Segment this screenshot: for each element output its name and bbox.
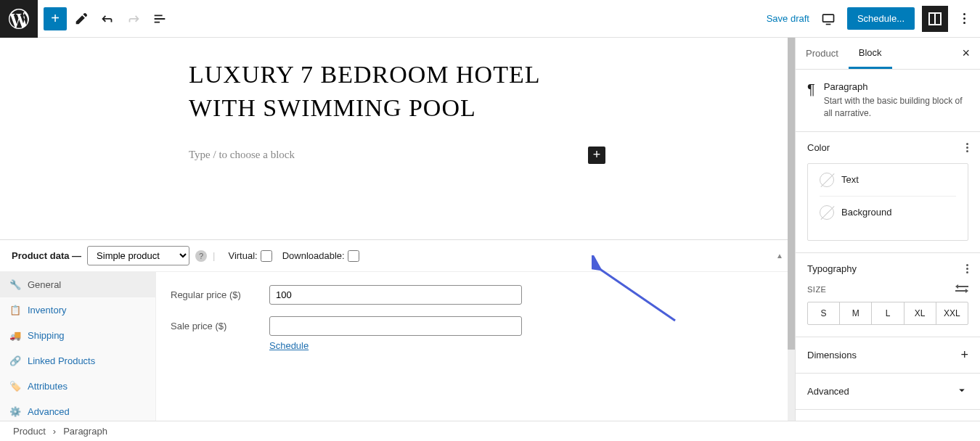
- size-custom-icon[interactable]: [955, 284, 968, 294]
- close-sidebar-button[interactable]: ×: [952, 38, 980, 70]
- tab-attributes[interactable]: 🏷️ Attributes: [0, 374, 155, 399]
- redo-button[interactable]: [122, 7, 145, 30]
- virtual-checkbox-label[interactable]: Virtual:: [228, 250, 271, 262]
- size-s-button[interactable]: S: [808, 302, 840, 324]
- advanced-panel[interactable]: Advanced: [796, 374, 980, 410]
- tab-shipping[interactable]: 🚚 Shipping: [0, 323, 155, 348]
- edit-mode-button[interactable]: [70, 7, 93, 30]
- schedule-sale-link[interactable]: Schedule: [269, 340, 309, 351]
- block-title: Paragraph: [824, 81, 968, 92]
- undo-button[interactable]: [96, 7, 119, 30]
- help-icon[interactable]: ?: [195, 250, 207, 262]
- post-title-text[interactable]: LUXURY 7 BEDROOM HOTEL WITH SWIMMING POO…: [189, 58, 595, 125]
- size-xxl-button[interactable]: XXL: [936, 302, 968, 324]
- chevron-right-icon: ›: [53, 426, 56, 437]
- regular-price-row: Regular price ($): [171, 285, 780, 305]
- tag-icon: 🏷️: [10, 382, 20, 392]
- preview-button[interactable]: [817, 7, 840, 30]
- scrollbar[interactable]: [788, 38, 795, 421]
- add-block-button[interactable]: +: [588, 147, 605, 164]
- color-panel-menu[interactable]: [966, 143, 968, 152]
- block-breadcrumb: Product › Paragraph: [0, 421, 980, 441]
- settings-toggle-button[interactable]: [922, 6, 948, 32]
- color-swatch-empty-icon: [820, 173, 834, 187]
- regular-price-input[interactable]: [269, 285, 522, 305]
- virtual-checkbox[interactable]: [261, 250, 272, 262]
- size-xl-button[interactable]: XL: [905, 302, 936, 324]
- settings-sidebar: Product Block × ¶ Paragraph Start with t…: [795, 38, 980, 421]
- breadcrumb-current[interactable]: Paragraph: [63, 426, 107, 437]
- block-info-section: ¶ Paragraph Start with the basic buildin…: [796, 70, 980, 132]
- size-button-group: S M L XL XXL: [807, 302, 968, 325]
- main-area: LUXURY 7 BEDROOM HOTEL WITH SWIMMING POO…: [0, 38, 980, 421]
- editor-area: LUXURY 7 BEDROOM HOTEL WITH SWIMMING POO…: [0, 38, 795, 421]
- tab-inventory[interactable]: 📋 Inventory: [0, 297, 155, 323]
- downloadable-checkbox[interactable]: [348, 250, 359, 262]
- text-color-button[interactable]: Text: [820, 164, 956, 197]
- svg-rect-2: [955, 290, 965, 292]
- product-data-header: Product data — Simple product ? | Virtua…: [0, 240, 795, 272]
- schedule-button[interactable]: Schedule...: [847, 7, 915, 30]
- gear-icon: ⚙️: [10, 407, 20, 417]
- size-l-button[interactable]: L: [872, 302, 904, 324]
- toolbar-left: +: [38, 7, 177, 30]
- product-data-content: Regular price ($) Sale price ($) Schedul…: [156, 272, 795, 421]
- sale-price-row: Sale price ($): [171, 316, 780, 336]
- product-type-select[interactable]: Simple product: [87, 246, 189, 265]
- topbar: + Save draft Schedule...: [0, 0, 980, 38]
- link-icon: 🔗: [10, 356, 20, 366]
- product-data-body: 🔧 General 📋 Inventory 🚚 Shipping 🔗 Linke…: [0, 272, 795, 421]
- document-overview-button[interactable]: [148, 7, 171, 30]
- clipboard-icon: 📋: [10, 305, 20, 316]
- paragraph-icon: ¶: [807, 81, 815, 120]
- color-panel-title: Color: [807, 142, 830, 153]
- color-panel: Color Text Background: [796, 132, 980, 253]
- typography-panel-menu[interactable]: [966, 264, 968, 273]
- editor-canvas: LUXURY 7 BEDROOM HOTEL WITH SWIMMING POO…: [0, 38, 795, 239]
- post-title-block[interactable]: LUXURY 7 BEDROOM HOTEL WITH SWIMMING POO…: [189, 58, 595, 125]
- toolbar-right: Save draft Schedule...: [767, 6, 980, 32]
- chevron-down-icon: [955, 384, 968, 399]
- typography-panel-title: Typography: [807, 263, 857, 274]
- tab-linked-products[interactable]: 🔗 Linked Products: [0, 348, 155, 374]
- options-menu-button[interactable]: [955, 13, 973, 24]
- block-description: Start with the basic building block of a…: [824, 95, 968, 120]
- background-color-button[interactable]: Background: [820, 197, 956, 228]
- paragraph-placeholder-text: Type / to choose a block: [189, 149, 582, 161]
- plus-icon: +: [960, 347, 968, 363]
- color-swatch-empty-icon: [820, 205, 834, 220]
- product-data-tabs: 🔧 General 📋 Inventory 🚚 Shipping 🔗 Linke…: [0, 272, 156, 421]
- sale-price-input[interactable]: [269, 316, 522, 336]
- sale-price-label: Sale price ($): [171, 321, 269, 331]
- svg-rect-3: [958, 286, 968, 287]
- save-draft-button[interactable]: Save draft: [767, 13, 809, 24]
- product-data-panel: Product data — Simple product ? | Virtua…: [0, 239, 795, 421]
- tab-general[interactable]: 🔧 General: [0, 272, 155, 297]
- truck-icon: 🚚: [10, 331, 20, 341]
- svg-rect-0: [822, 15, 833, 22]
- size-label: SIZE: [807, 285, 826, 294]
- sidebar-tabs: Product Block ×: [796, 38, 980, 70]
- toggle-inserter-button[interactable]: +: [44, 7, 67, 30]
- wrench-icon: 🔧: [10, 280, 20, 290]
- size-m-button[interactable]: M: [840, 302, 872, 324]
- tab-advanced[interactable]: ⚙️ Advanced: [0, 399, 155, 421]
- paragraph-block[interactable]: Type / to choose a block +: [189, 147, 595, 164]
- tab-block[interactable]: Block: [849, 38, 892, 69]
- tab-product[interactable]: Product: [796, 39, 849, 67]
- product-data-label: Product data —: [12, 250, 81, 261]
- typography-panel: Typography SIZE S M L XL XXL: [796, 253, 980, 337]
- panel-collapse-button[interactable]: ▲: [776, 252, 783, 260]
- dimensions-panel[interactable]: Dimensions +: [796, 337, 980, 374]
- downloadable-checkbox-label[interactable]: Downloadable:: [282, 250, 359, 262]
- regular-price-label: Regular price ($): [171, 289, 269, 300]
- wordpress-logo[interactable]: [0, 0, 38, 38]
- breadcrumb-root[interactable]: Product: [13, 426, 46, 437]
